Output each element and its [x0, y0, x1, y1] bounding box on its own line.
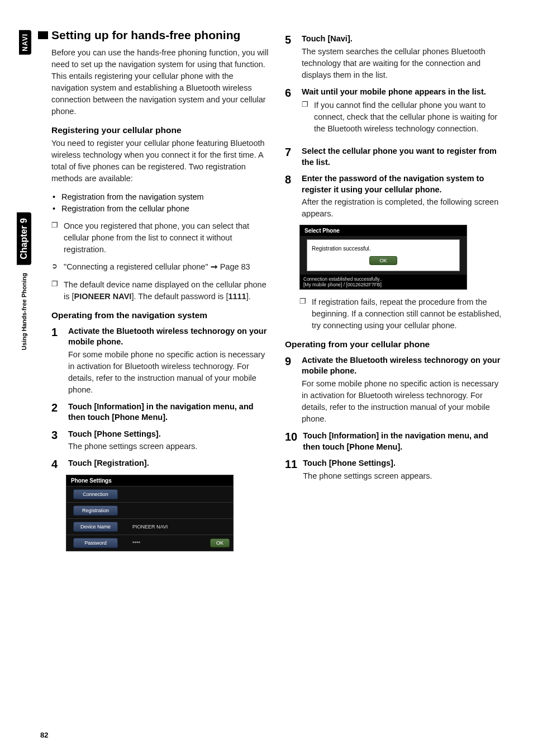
panel-header: Phone Settings: [66, 475, 233, 486]
step-body: Touch [Navi]. The system searches the ce…: [302, 34, 505, 81]
dialog-ok-button[interactable]: OK: [369, 256, 397, 265]
step-body: Touch [Phone Settings]. The phone settin…: [68, 429, 272, 453]
step-text: For some mobile phone no specific action…: [68, 349, 272, 396]
step-2: 2 Touch [Information] in the navigation …: [51, 401, 272, 423]
intro-paragraph: Before you can use the hands-free phonin…: [51, 47, 272, 117]
step-title: Touch [Phone Settings].: [68, 429, 272, 440]
registration-methods-list: Registration from the navigation system …: [51, 191, 272, 215]
list-item: Registration from the cellular phone: [59, 203, 272, 215]
step-1: 1 Activate the Bluetooth wireless techno…: [51, 326, 272, 396]
step-number: 1: [51, 326, 63, 396]
step-number: 9: [285, 355, 296, 425]
step-title: Touch [Navi].: [302, 34, 505, 45]
panel-row: Device Name PIONEER NAVI: [66, 518, 233, 535]
step-title: Touch [Information] in the navigation me…: [68, 401, 272, 423]
step-title: Touch [Registration].: [68, 458, 272, 469]
left-column: Setting up for hands-free phoning Before…: [51, 28, 272, 558]
step-title: Touch [Information] in the navigation me…: [303, 431, 505, 452]
step-number: 5: [285, 34, 296, 81]
step-title: Wait until your mobile phone appears in …: [302, 87, 505, 98]
step-9: 9 Activate the Bluetooth wireless techno…: [285, 355, 505, 425]
dialog-text: Registration successful.: [312, 245, 371, 252]
note-registration-fails: If registration fails, repeat the proced…: [299, 296, 505, 332]
step-4: 4 Touch [Registration].: [51, 458, 272, 470]
step-text: The phone settings screen appears.: [68, 441, 272, 452]
note-once-registered: Once you registered that phone, you can …: [51, 220, 272, 256]
phone-settings-panel: Phone Settings Connection Registration D…: [66, 475, 234, 551]
step-5: 5 Touch [Navi]. The system searches the …: [285, 34, 505, 81]
panel-footer: Connection established successfully.. [M…: [300, 275, 467, 289]
step-body: Touch [Registration].: [68, 458, 272, 470]
xref-page: Page 83: [220, 262, 250, 271]
password-button[interactable]: Password: [73, 538, 118, 548]
right-column: 5 Touch [Navi]. The system searches the …: [285, 28, 505, 558]
cross-reference: "Connecting a registered cellular phone"…: [51, 261, 272, 273]
step-number: 2: [51, 401, 63, 423]
note-text-e: ].: [246, 292, 251, 301]
device-name-display: PIONEER NAVI: [132, 524, 168, 530]
step-8: 8 Enter the password of the navigation s…: [285, 173, 505, 220]
step-number: 8: [285, 173, 296, 220]
step-body: Touch [Information] in the navigation me…: [303, 431, 505, 452]
step-title: Touch [Phone Settings].: [303, 458, 505, 469]
step-7: 7 Select the cellular phone you want to …: [285, 146, 505, 168]
list-item: Registration from the navigation system: [59, 191, 272, 203]
screenshot-phone-settings: Phone Settings Connection Registration D…: [66, 475, 272, 551]
side-tab-group-mid: Chapter 9 Using Hands-free Phoning: [17, 212, 31, 358]
section-title: Setting up for hands-free phoning: [51, 28, 272, 42]
page: NAVI Chapter 9 Using Hands-free Phoning …: [0, 0, 533, 756]
tab-chapter: Chapter 9: [17, 212, 31, 265]
select-phone-panel: Select Phone Registration successful. OK…: [299, 225, 467, 290]
panel-row: Registration: [66, 502, 233, 518]
step-text: For some mobile phone no specific action…: [302, 378, 505, 425]
step-body: Wait until your mobile phone appears in …: [302, 87, 505, 141]
step-number: 6: [285, 87, 296, 141]
step-text: The phone settings screen appears.: [303, 470, 505, 482]
panel-row: Connection: [66, 486, 233, 502]
footer-line-2: [My mobile phone] / [00126282F7FB]: [303, 282, 463, 287]
password-value: 1111: [228, 292, 246, 301]
subhead-operating-cell: Operating from your cellular phone: [285, 339, 505, 349]
panel-row: Password **** OK: [66, 535, 233, 551]
xref-text: "Connecting a registered cellular phone": [64, 262, 208, 271]
registration-button[interactable]: Registration: [73, 505, 118, 516]
ok-button[interactable]: OK: [210, 538, 230, 547]
step-text: After the registration is completed, the…: [302, 196, 505, 220]
step-number: 7: [285, 146, 296, 168]
step-number: 10: [285, 431, 297, 452]
dialog-box: Registration successful. OK: [307, 239, 460, 271]
page-number: 82: [40, 731, 48, 739]
step-8-note-wrap: If registration fails, repeat the proced…: [285, 296, 505, 332]
content-columns: Setting up for hands-free phoning Before…: [51, 28, 505, 558]
step-body: Touch [Phone Settings]. The phone settin…: [303, 458, 505, 482]
device-name-button[interactable]: Device Name: [73, 522, 118, 532]
step-number: 4: [51, 458, 63, 470]
step-body: Activate the Bluetooth wireless technoro…: [302, 355, 505, 425]
step-text: The system searches the cellular phones …: [302, 46, 505, 81]
step-3: 3 Touch [Phone Settings]. The phone sett…: [51, 429, 272, 453]
step-body: Touch [Information] in the navigation me…: [68, 401, 272, 423]
step-note: If you cannot find the cellular phone yo…: [302, 100, 505, 135]
step-body: Enter the password of the navigation sys…: [302, 173, 505, 220]
device-name-value: PIONEER NAVI: [74, 292, 132, 301]
panel-header: Select Phone: [300, 225, 467, 236]
connection-button[interactable]: Connection: [73, 489, 118, 499]
step-10: 10 Touch [Information] in the navigation…: [285, 431, 505, 452]
password-display: ****: [132, 540, 140, 546]
footer-line-1: Connection established successfully..: [303, 276, 463, 282]
subhead-registering: Registering your cellular phone: [51, 125, 272, 135]
step-number: 11: [285, 458, 297, 482]
step-body: Select the cellular phone you want to re…: [302, 146, 505, 168]
step-6: 6 Wait until your mobile phone appears i…: [285, 87, 505, 141]
step-title: Select the cellular phone you want to re…: [302, 146, 505, 168]
arrow-icon: ➞: [211, 262, 218, 271]
side-tab-group-top: NAVI: [19, 30, 36, 62]
title-bar-icon: [38, 31, 48, 39]
step-number: 3: [51, 429, 63, 453]
screenshot-select-phone: Select Phone Registration successful. OK…: [299, 225, 505, 290]
tab-section-label: Using Hands-free Phoning: [20, 270, 28, 353]
section-title-text: Setting up for hands-free phoning: [51, 29, 240, 41]
step-body: Activate the Bluetooth wireless technoro…: [68, 326, 272, 396]
registering-body: You need to register your cellular phone…: [51, 138, 272, 185]
step-title: Activate the Bluetooth wireless technoro…: [302, 355, 505, 377]
